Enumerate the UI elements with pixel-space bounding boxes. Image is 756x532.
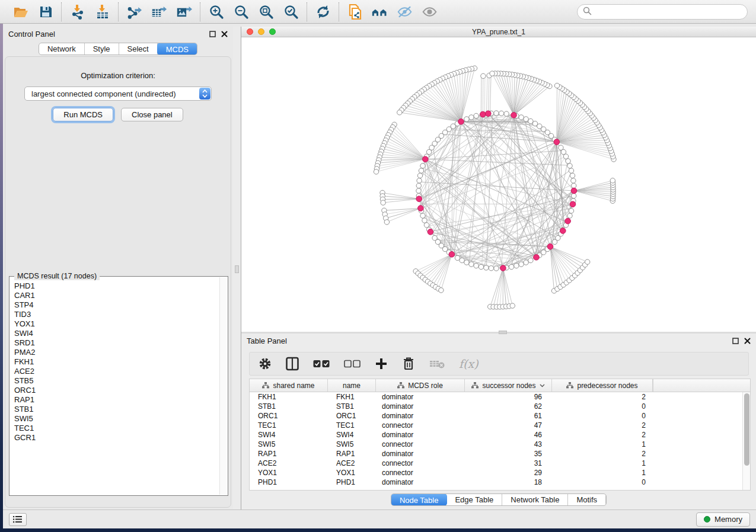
- mcds-result-item[interactable]: YOX1: [14, 319, 222, 329]
- mcds-result-item[interactable]: GCR1: [14, 433, 222, 443]
- control-panel-tab[interactable]: Network: [39, 43, 85, 55]
- column-header[interactable]: shared name: [250, 379, 328, 392]
- control-panel-tabbar: Network Style Select MCDS: [39, 43, 197, 55]
- network-view[interactable]: [241, 37, 756, 332]
- cell-name: SWI5: [328, 440, 376, 448]
- cell-successor-nodes: 43: [465, 440, 552, 448]
- column-header[interactable]: successor nodes: [465, 379, 552, 392]
- task-history-button[interactable]: [9, 513, 27, 526]
- cell-name: PHD1: [328, 478, 376, 486]
- import-table-icon[interactable]: [94, 4, 110, 20]
- table-row[interactable]: ORC1 ORC1 dominator 61 0: [250, 411, 750, 421]
- table-scrollbar-thumb[interactable]: [744, 393, 749, 466]
- splitter-grip[interactable]: [235, 265, 239, 273]
- control-panel-tab[interactable]: Select: [119, 43, 158, 55]
- table-scrollbar[interactable]: [742, 392, 750, 490]
- node-table-header: shared name name MCDS role: [250, 379, 750, 392]
- mcds-result-item[interactable]: STB5: [14, 376, 222, 386]
- select-all-icon[interactable]: [313, 357, 330, 371]
- apply-layout-icon[interactable]: [315, 4, 331, 20]
- table-row[interactable]: RAP1 RAP1 dominator 35 2: [250, 449, 750, 459]
- column-header[interactable]: predecessor nodes: [552, 379, 653, 392]
- mcds-result-item[interactable]: STB1: [14, 405, 222, 414]
- float-panel-icon[interactable]: [209, 31, 216, 37]
- mcds-result-item[interactable]: ORC1: [14, 386, 222, 395]
- network-canvas-svg: [241, 37, 756, 332]
- settings-gear-icon[interactable]: [259, 357, 272, 371]
- mcds-result-item[interactable]: ACE2: [14, 367, 222, 376]
- delete-table-icon: [429, 357, 445, 371]
- open-file-icon[interactable]: [12, 4, 28, 20]
- table-row[interactable]: STB1 STB1 dominator 62 0: [250, 402, 750, 411]
- zoom-in-icon[interactable]: [208, 4, 224, 20]
- table-row[interactable]: FKH1 FKH1 dominator 96 2: [250, 392, 750, 402]
- status-bar: Memory: [3, 509, 756, 528]
- table-row[interactable]: SWI5 SWI5 connector 43 1: [250, 440, 750, 449]
- memory-button[interactable]: Memory: [696, 512, 750, 527]
- close-panel-button[interactable]: Close panel: [121, 108, 183, 121]
- column-header[interactable]: MCDS role: [376, 379, 465, 392]
- table-tabbar: Node Table Edge Table Network Table Moti…: [391, 493, 607, 506]
- memory-label: Memory: [714, 515, 742, 524]
- table-tab[interactable]: Network Table: [502, 494, 568, 505]
- zoom-selected-icon[interactable]: [283, 4, 299, 20]
- cell-mcds-role: dominator: [376, 402, 465, 411]
- zoom-fit-icon[interactable]: [258, 4, 274, 20]
- criterion-selected-value: largest connected component (undirected): [31, 89, 176, 98]
- table-row[interactable]: PHD1 PHD1 dominator 18 0: [250, 477, 750, 487]
- control-panel-tab[interactable]: Style: [85, 43, 119, 55]
- table-tab[interactable]: Node Table: [391, 493, 448, 506]
- mcds-result-item[interactable]: TEC1: [14, 424, 222, 433]
- import-network-icon[interactable]: [69, 4, 85, 20]
- table-tab[interactable]: Motifs: [568, 494, 606, 505]
- table-row[interactable]: SWI4 SWI4 dominator 46 2: [250, 430, 750, 440]
- horizontal-splitter[interactable]: [241, 332, 756, 334]
- run-mcds-button[interactable]: Run MCDS: [53, 108, 113, 121]
- mcds-result-item[interactable]: SWI5: [14, 414, 222, 424]
- export-network-icon[interactable]: [126, 4, 142, 20]
- control-panel: Control Panel Network Style Select MCDS …: [3, 27, 233, 509]
- result-list-scrollbar[interactable]: [219, 277, 227, 495]
- vertical-splitter[interactable]: [233, 27, 241, 509]
- mcds-result-item[interactable]: PMA2: [14, 348, 222, 357]
- splitter-grip[interactable]: [499, 331, 507, 334]
- mcds-result-item[interactable]: SWI4: [14, 329, 222, 338]
- first-neighbors-icon[interactable]: [372, 4, 388, 20]
- cell-shared-name: SWI4: [250, 431, 328, 439]
- add-column-icon[interactable]: [375, 357, 388, 371]
- table-row[interactable]: ACE2 ACE2 connector 31 1: [250, 459, 750, 468]
- criterion-select[interactable]: largest connected component (undirected): [24, 86, 212, 101]
- table-row[interactable]: YOX1 YOX1 connector 29 1: [250, 468, 750, 477]
- export-table-icon[interactable]: [151, 4, 167, 20]
- close-panel-icon[interactable]: [744, 338, 751, 344]
- show-all-icon[interactable]: [422, 4, 438, 20]
- delete-column-icon[interactable]: [402, 357, 415, 371]
- search-input[interactable]: [595, 7, 742, 16]
- close-panel-icon[interactable]: [221, 31, 228, 37]
- table-tab[interactable]: Edge Table: [446, 494, 502, 505]
- mcds-result-item[interactable]: TID3: [14, 310, 222, 319]
- mcds-result-item[interactable]: RAP1: [14, 395, 222, 405]
- column-type-icon: [397, 382, 404, 389]
- save-session-icon[interactable]: [37, 4, 53, 20]
- mcds-result-item[interactable]: CAR1: [14, 291, 222, 300]
- cell-name: FKH1: [328, 393, 376, 401]
- layout-group: [307, 4, 339, 20]
- mcds-result-item[interactable]: STP4: [14, 300, 222, 310]
- column-header[interactable]: name: [328, 379, 376, 392]
- cell-mcds-role: connector: [376, 459, 465, 467]
- clone-network-icon[interactable]: [347, 4, 363, 20]
- hide-selected-icon[interactable]: [397, 4, 413, 20]
- mcds-result-item[interactable]: FKH1: [14, 357, 222, 367]
- mcds-result-item[interactable]: SRD1: [14, 338, 222, 348]
- deselect-all-icon[interactable]: [344, 357, 361, 371]
- global-search[interactable]: [577, 4, 748, 20]
- float-panel-icon[interactable]: [732, 338, 739, 344]
- control-panel-tab[interactable]: MCDS: [157, 43, 197, 55]
- cell-mcds-role: connector: [376, 440, 465, 448]
- export-image-icon[interactable]: [176, 4, 192, 20]
- column-layout-icon[interactable]: [286, 357, 299, 371]
- mcds-result-item[interactable]: PHD1: [14, 281, 222, 291]
- table-row[interactable]: TEC1 TEC1 connector 47 2: [250, 421, 750, 430]
- zoom-out-icon[interactable]: [233, 4, 249, 20]
